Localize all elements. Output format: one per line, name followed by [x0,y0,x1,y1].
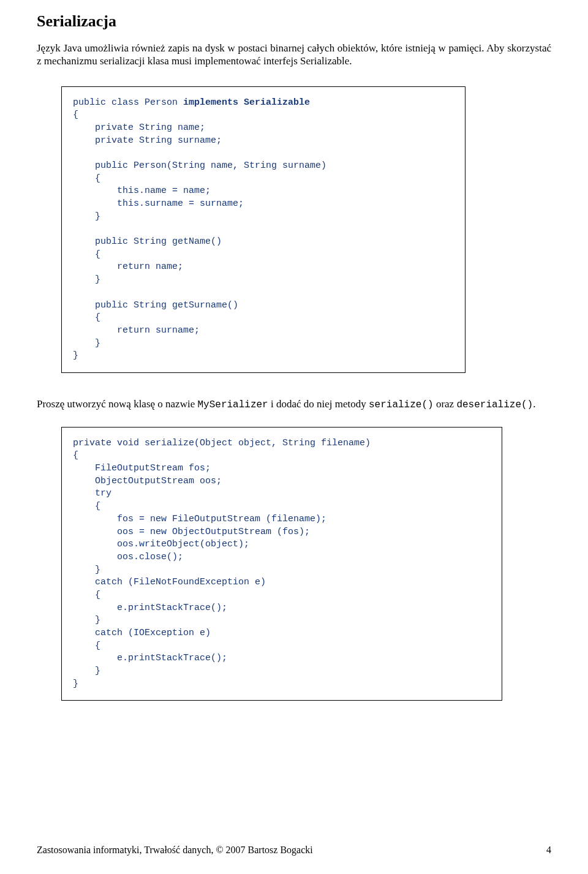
code-line: } [73,274,100,285]
page-footer: Zastosowania informatyki, Trwałość danyc… [37,845,551,856]
code-line: } [73,565,100,575]
inline-code: MySerializer [197,399,268,410]
code-line: FileOutputStream fos; [73,463,211,473]
text-part: . [533,398,535,410]
footer-text: Zastosowania informatyki, Trwałość danyc… [37,845,313,855]
code-line: oos.close(); [73,552,183,562]
page-number: 4 [546,845,551,856]
mid-paragraph: Proszę utworzyć nową klasę o nazwie MySe… [37,397,551,412]
code-line: catch (IOException e) [73,628,211,638]
code-line: return surname; [73,325,200,336]
text-part: Proszę utworzyć nową klasę o nazwie [37,398,197,410]
inline-code: deserialize() [456,399,533,410]
code-line: e.printStackTrace(); [73,653,227,663]
intro-paragraph: Język Java umożliwia również zapis na dy… [37,42,551,68]
code-line: } [73,350,78,361]
code-line: return name; [73,262,183,272]
text-part: i dodać do niej metody [268,398,369,410]
code-line: { [73,501,100,511]
code-line: public Person(String name, String surnam… [73,160,326,171]
code-line: this.surname = surname; [73,198,244,209]
inline-code: serialize() [369,399,434,410]
code-line: public String getName() [73,236,222,247]
text-part: oraz [434,398,457,410]
code-line: e.printStackTrace(); [73,603,227,613]
code-line: public String getSurname() [73,300,238,311]
code-line: { [73,312,100,323]
code-line: private void serialize(Object object, St… [73,438,371,448]
code-keyword: implements Serializable [183,97,310,108]
code-line: } [73,666,100,676]
code-line: ObjectOutputStream oos; [73,476,222,486]
code-line: { [73,641,100,651]
page-heading: Serializacja [37,12,551,31]
code-line: try [73,488,111,499]
code-line: { [73,110,78,120]
code-line: { [73,173,100,184]
code-line: { [73,450,78,461]
code-line: private String surname; [73,135,222,146]
code-line: oos.writeObject(object); [73,539,249,549]
code-line: } [73,211,100,222]
code-line: public class Person [73,97,183,108]
code-line: } [73,338,100,348]
code-line: catch (FileNotFoundException e) [73,577,266,587]
code-line: private String name; [73,122,205,133]
code-line: { [73,249,100,260]
code-line: fos = new FileOutputStream (filename); [73,514,326,524]
code-line: this.name = name; [73,186,211,196]
code-line: } [73,615,100,625]
code-content-person: public class Person implements Serializa… [73,97,454,363]
code-block-person: public class Person implements Serializa… [61,86,466,373]
code-line: { [73,590,100,600]
code-block-serialize: private void serialize(Object object, St… [61,427,502,701]
code-content-serialize: private void serialize(Object object, St… [73,437,491,691]
code-line: oos = new ObjectOutputStream (fos); [73,527,310,537]
code-line: } [73,679,78,689]
